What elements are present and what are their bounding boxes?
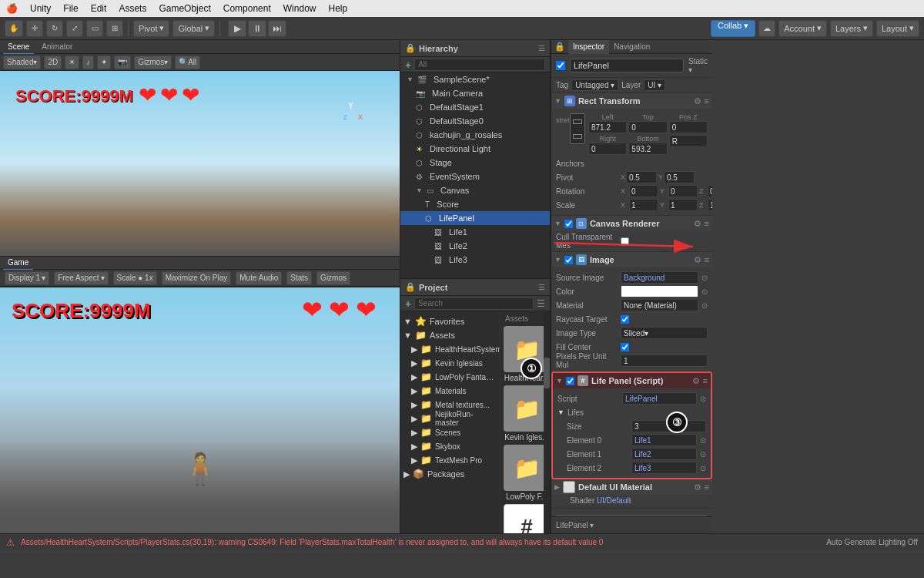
play-button[interactable]: ▶ bbox=[228, 20, 246, 37]
cull-checkbox[interactable] bbox=[621, 237, 629, 246]
kevin-folder[interactable]: ▶📁Kevin Iglesias bbox=[400, 356, 500, 370]
element0-value[interactable]: Life1 bbox=[631, 434, 697, 446]
asset-lifepanel[interactable]: # LifePanel bbox=[504, 504, 550, 533]
scrollbar-thumb[interactable] bbox=[544, 358, 550, 388]
global-dropdown[interactable]: Global▾ bbox=[172, 20, 215, 37]
scale-x[interactable]: 1 bbox=[629, 199, 658, 211]
layer-dropdown[interactable]: UI ▾ bbox=[644, 79, 665, 91]
default-material-menu[interactable]: ≡ bbox=[705, 482, 709, 492]
hierarchy-eventsystem[interactable]: ⚙ EventSystem bbox=[400, 170, 550, 183]
step-button[interactable]: ⏭ bbox=[268, 20, 286, 37]
collab-button[interactable]: Collab ▾ bbox=[711, 20, 755, 37]
hierarchy-maincamera[interactable]: 📷 Main Camera bbox=[400, 86, 550, 100]
menu-edit[interactable]: Edit bbox=[91, 3, 107, 14]
pivot-x[interactable]: 0.5 bbox=[626, 171, 657, 183]
canvas-renderer-header[interactable]: ▼ ⊡ Canvas Renderer ⚙ ≡ bbox=[551, 216, 712, 231]
hierarchy-defaultstage1[interactable]: ⬡ DefaultStage1 bbox=[400, 100, 550, 114]
rect-transform-menu[interactable]: ≡ bbox=[705, 96, 709, 106]
packages-folder[interactable]: ▶📦Packages bbox=[400, 467, 500, 481]
services-icon[interactable]: ☁ bbox=[758, 20, 775, 37]
bottom-value[interactable]: 593.2 bbox=[628, 143, 667, 155]
nejiko-folder[interactable]: ▶📁NejikoRun-master bbox=[400, 412, 500, 425]
transform-tool[interactable]: ⊞ bbox=[106, 20, 123, 37]
scale-tool[interactable]: ⤢ bbox=[66, 20, 83, 37]
scenes-folder[interactable]: ▶📁Scenes bbox=[400, 425, 500, 439]
life-panel-menu[interactable]: ≡ bbox=[703, 376, 708, 385]
source-image-picker[interactable]: ⊙ bbox=[701, 274, 708, 282]
canvas-renderer-settings[interactable]: ⚙ bbox=[694, 219, 701, 229]
hierarchy-life2[interactable]: 🖼 Life2 bbox=[400, 239, 550, 253]
element2-value[interactable]: Life3 bbox=[631, 462, 697, 474]
color-value[interactable] bbox=[621, 285, 698, 297]
shader-value[interactable]: UI/Default bbox=[597, 496, 631, 505]
maximize-toggle[interactable]: Maximize On Play bbox=[162, 271, 232, 285]
menu-window[interactable]: Window bbox=[283, 3, 316, 14]
hierarchy-defaultstage0[interactable]: ⬡ DefaultStage0 bbox=[400, 114, 550, 128]
hierarchy-life1[interactable]: 🖼 Life1 bbox=[400, 225, 550, 239]
default-material-header[interactable]: ▶ Default UI Material ⚙ ≡ bbox=[551, 479, 712, 495]
rot-z[interactable]: 0 bbox=[708, 185, 712, 197]
hierarchy-lock-icon[interactable]: 🔒 bbox=[405, 43, 416, 53]
image-toggle[interactable] bbox=[564, 256, 573, 264]
rotate-tool[interactable]: ↻ bbox=[46, 20, 63, 37]
hierarchy-score[interactable]: T Score bbox=[400, 197, 550, 211]
default-material-settings[interactable]: ⚙ bbox=[694, 482, 701, 492]
menu-help[interactable]: Help bbox=[328, 3, 347, 14]
rect-tool[interactable]: ▭ bbox=[86, 20, 103, 37]
textmesh-folder[interactable]: ▶📁TextMesh Pro bbox=[400, 453, 500, 467]
rot-x[interactable]: 0 bbox=[629, 185, 658, 197]
scale-z[interactable]: 1 bbox=[708, 199, 712, 211]
imagetype-dropdown[interactable]: Sliced ▾ bbox=[621, 327, 708, 339]
game-view[interactable]: SCORE:9999M ❤ ❤ ❤ 🧍 bbox=[0, 287, 400, 533]
posz-value[interactable]: 0 bbox=[669, 121, 708, 133]
apple-menu[interactable]: 🍎 bbox=[6, 3, 18, 14]
menu-component[interactable]: Component bbox=[223, 3, 271, 14]
menu-assets[interactable]: Assets bbox=[119, 3, 146, 14]
shading-dropdown[interactable]: Shaded ▾ bbox=[3, 55, 41, 69]
aspect-dropdown[interactable]: Free Aspect ▾ bbox=[54, 271, 108, 285]
pivot-dropdown[interactable]: Pivot▾ bbox=[133, 20, 169, 37]
materials-folder[interactable]: ▶📁Materials bbox=[400, 384, 500, 398]
game-tab[interactable]: Game bbox=[3, 256, 33, 270]
navigation-tab[interactable]: Navigation bbox=[609, 40, 654, 54]
layers-dropdown[interactable]: Layers▾ bbox=[830, 20, 873, 37]
material-picker[interactable]: ⊙ bbox=[701, 301, 708, 310]
scene-search[interactable]: 🔍 All bbox=[175, 55, 200, 69]
menu-gameobject[interactable]: GameObject bbox=[159, 3, 210, 14]
image-settings[interactable]: ⚙ bbox=[694, 255, 701, 265]
rot-y[interactable]: 0 bbox=[668, 185, 698, 197]
asset-kevin[interactable]: 📁 Kevin Igles... bbox=[504, 385, 550, 442]
hierarchy-life3[interactable]: 🖼 Life3 bbox=[400, 253, 550, 267]
lowpoly-folder[interactable]: ▶📁LowPoly Fantasy... bbox=[400, 370, 500, 384]
scene-view[interactable]: SCORE:9999M ❤ ❤ ❤ Y Z X bbox=[0, 71, 400, 256]
animator-tab[interactable]: Animator bbox=[37, 40, 77, 54]
life-panel-header[interactable]: ▼ # Life Panel (Script) ⚙ ≡ bbox=[553, 373, 711, 388]
menu-unity[interactable]: Unity bbox=[30, 3, 51, 14]
hierarchy-add[interactable]: + bbox=[405, 59, 411, 71]
hierarchy-stage[interactable]: ⬡ Stage bbox=[400, 156, 550, 170]
assets-folder[interactable]: ▼📁Assets bbox=[400, 328, 500, 342]
game-gizmos-toggle[interactable]: Gizmos bbox=[316, 271, 350, 285]
pause-button[interactable]: ⏸ bbox=[248, 20, 266, 37]
rect-transform-settings[interactable]: ⚙ bbox=[694, 96, 701, 106]
image-menu[interactable]: ≡ bbox=[705, 255, 709, 264]
raycast-checkbox[interactable] bbox=[621, 315, 629, 324]
audio-toggle[interactable]: ♪ bbox=[82, 55, 94, 69]
inspector-lock[interactable]: 🔒 bbox=[551, 42, 568, 52]
hierarchy-directionallight[interactable]: ☀ Directional Light bbox=[400, 142, 550, 156]
r-value[interactable]: R bbox=[669, 135, 708, 147]
hierarchy-samplescene[interactable]: ▼🎬 SampleScene* bbox=[400, 72, 550, 86]
2d-toggle[interactable]: 2D bbox=[44, 55, 62, 69]
right-value[interactable]: 0 bbox=[588, 143, 627, 155]
hierarchy-canvas[interactable]: ▼▭ Canvas bbox=[400, 183, 550, 197]
rect-transform-header[interactable]: ▼ ⊞ Rect Transform ⚙ ≡ bbox=[551, 93, 712, 109]
left-value[interactable]: 871.2 bbox=[588, 121, 627, 133]
lighting-toggle[interactable]: ☀ bbox=[65, 55, 79, 69]
favorites-folder[interactable]: ▼⭐Favorites bbox=[400, 314, 500, 328]
stats-toggle[interactable]: Stats bbox=[286, 271, 312, 285]
project-add[interactable]: + bbox=[405, 297, 411, 310]
scene-tab[interactable]: Scene bbox=[3, 40, 34, 54]
element1-value[interactable]: Life2 bbox=[631, 448, 697, 460]
life-panel-settings[interactable]: ⚙ bbox=[692, 376, 700, 386]
account-dropdown[interactable]: Account▾ bbox=[778, 20, 827, 37]
